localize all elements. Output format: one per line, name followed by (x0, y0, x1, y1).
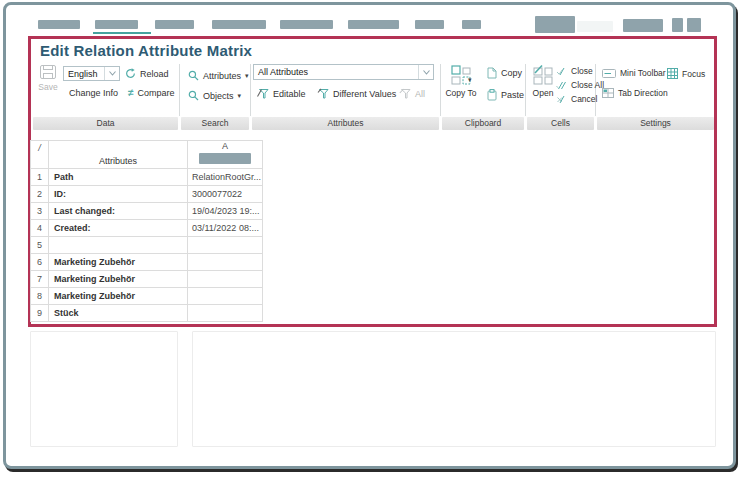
table-row: 4 Created: 03/11/2022 08:... (31, 220, 263, 237)
language-value: English (64, 69, 104, 79)
focus-label: Focus (682, 69, 705, 79)
focus-button[interactable]: Focus (667, 68, 705, 79)
attribute-value-cell[interactable] (188, 305, 263, 322)
compare-button[interactable]: ≠ Compare (128, 88, 175, 98)
group-separator (595, 64, 596, 116)
attribute-label: Stück (49, 305, 188, 322)
row-number[interactable]: 2 (31, 186, 49, 203)
paste-label: Paste (501, 90, 524, 100)
close-all-cells-button[interactable]: Close All (556, 80, 604, 90)
attribute-label: Marketing Zubehör (49, 254, 188, 271)
caret-down-icon: ▾ (238, 92, 242, 99)
search-attributes-button[interactable]: Attributes ▾ (188, 70, 249, 81)
column-a-title-redacted (199, 153, 251, 164)
paste-button[interactable]: Paste (487, 89, 524, 101)
group-separator (179, 64, 180, 116)
reload-button[interactable]: Reload (125, 68, 169, 79)
menu-item-redacted[interactable] (348, 20, 399, 29)
group-separator (525, 64, 526, 116)
active-tab-underline (93, 32, 151, 34)
group-separator (250, 64, 251, 116)
open-cells-button[interactable]: Open (528, 65, 558, 98)
reload-icon (125, 68, 136, 79)
copy-to-label: Copy To (445, 88, 476, 98)
attribute-value-cell[interactable]: 3000077022 (188, 186, 263, 203)
attribute-label: Last changed: (49, 203, 188, 220)
search-objects-label: Objects (203, 91, 234, 101)
row-number[interactable]: 7 (31, 271, 49, 288)
screen: Edit Relation Attribute Matrix Save Engl… (0, 0, 742, 478)
table-row: 8 Marketing Zubehör (31, 288, 263, 305)
row-number[interactable]: 1 (31, 169, 49, 186)
attribute-value-cell[interactable] (188, 254, 263, 271)
menu-item-redacted[interactable] (280, 20, 333, 29)
filter-all-button[interactable]: All (399, 88, 425, 99)
cancel-cells-button[interactable]: Cancel (556, 94, 597, 104)
menu-item-redacted-active[interactable] (95, 20, 138, 29)
toolbar-control-redacted[interactable] (623, 19, 663, 32)
close-cell-button[interactable]: Close (556, 66, 593, 76)
attributes-column-header[interactable]: Attributes (49, 141, 188, 169)
compare-label: Compare (138, 88, 175, 98)
attribute-value-cell[interactable] (188, 237, 263, 254)
change-info-label: Change Info (69, 88, 118, 98)
close-cell-icon (556, 67, 567, 76)
search-objects-button[interactable]: Objects ▾ (188, 90, 241, 101)
column-a-letter: A (188, 141, 262, 151)
open-cells-icon (533, 65, 554, 85)
column-a-header[interactable]: A (188, 141, 263, 169)
table-row: 5 (31, 237, 263, 254)
caret-down-icon: ▾ (245, 72, 249, 79)
attribute-value-cell[interactable] (188, 271, 263, 288)
change-info-button[interactable]: Change Info (69, 88, 118, 98)
tab-direction-icon (602, 88, 614, 98)
attribute-value-cell[interactable]: 03/11/2022 08:... (188, 220, 263, 237)
group-label-clipboard: Clipboard (442, 117, 524, 130)
tab-direction-button[interactable]: Tab Direction (602, 88, 668, 98)
mini-toolbar-button[interactable]: Mini Toolbar (602, 68, 666, 78)
right-empty-panel (192, 331, 716, 447)
attribute-label (49, 237, 188, 254)
save-button[interactable]: Save (34, 65, 62, 92)
attribute-label: Path (49, 169, 188, 186)
page-title: Edit Relation Attribute Matrix (40, 42, 252, 59)
filter-different-values-label: Different Values (333, 89, 396, 99)
row-number[interactable]: 9 (31, 305, 49, 322)
attribute-label: Created: (49, 220, 188, 237)
table-row: 9 Stück (31, 305, 263, 322)
attribute-value-cell[interactable] (188, 288, 263, 305)
table-row: 1 Path RelationRootGr... (31, 169, 263, 186)
left-empty-panel (30, 331, 178, 447)
language-select[interactable]: English (63, 66, 120, 81)
matrix-corner-cell[interactable]: / (31, 141, 49, 169)
row-number[interactable]: 8 (31, 288, 49, 305)
copy-to-button[interactable]: Copy To (442, 65, 480, 98)
attribute-value-cell[interactable]: 19/04/2023 19:... (188, 203, 263, 220)
toolbar-control-redacted[interactable] (687, 18, 701, 32)
filter-editable-icon (257, 88, 269, 99)
row-number[interactable]: 3 (31, 203, 49, 220)
copy-icon (487, 67, 497, 79)
filter-different-values-button[interactable]: Different Values (317, 88, 396, 99)
attribute-filter-select[interactable]: All Attributes (253, 64, 434, 80)
filter-editable-button[interactable]: Editable (257, 88, 306, 99)
row-number[interactable]: 5 (31, 237, 49, 254)
attribute-matrix-table: / Attributes A 1 Path RelationRootGr... … (30, 140, 263, 322)
copy-button[interactable]: Copy (487, 67, 522, 79)
toolbar-control-redacted[interactable] (577, 21, 613, 32)
cancel-cells-icon (556, 95, 567, 104)
menu-item-redacted[interactable] (462, 20, 481, 29)
menu-item-redacted[interactable] (415, 20, 444, 29)
menu-item-redacted[interactable] (38, 20, 80, 29)
focus-icon (667, 68, 678, 79)
caret-down-icon[interactable]: ▾ (468, 76, 472, 83)
menu-item-redacted[interactable] (212, 20, 266, 29)
row-number[interactable]: 4 (31, 220, 49, 237)
toolbar-control-redacted[interactable] (672, 18, 683, 32)
toolbar-control-redacted[interactable] (535, 16, 575, 33)
menu-item-redacted[interactable] (155, 20, 194, 29)
mini-toolbar-icon (602, 69, 616, 78)
group-label-data: Data (33, 117, 178, 130)
attribute-value-cell[interactable]: RelationRootGr... (188, 169, 263, 186)
row-number[interactable]: 6 (31, 254, 49, 271)
